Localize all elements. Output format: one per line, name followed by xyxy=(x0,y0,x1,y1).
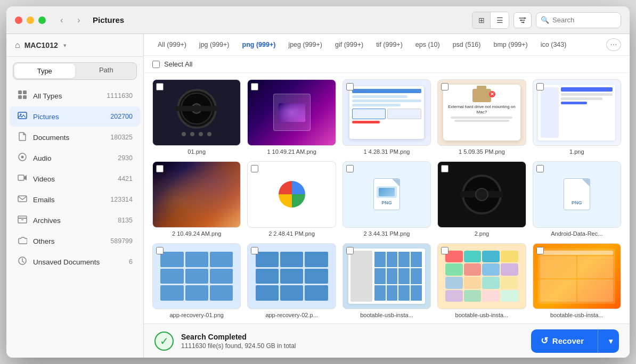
item-label-2: 1 4.28.31 PM.png xyxy=(343,148,431,155)
videos-icon xyxy=(17,173,28,185)
item-label-9: Android-Data-Rec... xyxy=(533,230,621,237)
grid-item-6[interactable]: 2 2.48.41 PM.png xyxy=(247,161,336,237)
sidebar-item-all-types[interactable]: All Types 1111630 xyxy=(10,86,140,106)
filter-jpg[interactable]: jpg (999+) xyxy=(194,39,235,51)
sidebar-item-emails[interactable]: Emails 123314 xyxy=(10,189,140,210)
sidebar-item-documents[interactable]: Documents 180325 xyxy=(10,127,140,147)
grid-item-12[interactable]: bootable-usb-insta... xyxy=(343,243,431,319)
svg-rect-5 xyxy=(18,95,22,99)
grid-item-9[interactable]: PNG Android-Data-Rec... xyxy=(533,161,621,237)
select-all-label: Select All xyxy=(164,60,192,68)
svg-point-8 xyxy=(20,114,22,115)
filter-psd[interactable]: psd (516) xyxy=(447,39,486,51)
recover-icon: ↺ xyxy=(541,335,548,346)
documents-icon xyxy=(17,131,28,143)
all-types-label: All Types xyxy=(33,92,101,100)
grid-item-13[interactable]: bootable-usb-insta... xyxy=(437,243,526,319)
item-checkbox-2[interactable] xyxy=(346,83,354,90)
grid-item-11[interactable]: app-recovery-02.p... xyxy=(247,243,336,319)
emails-icon xyxy=(17,194,28,205)
filter-all[interactable]: All (999+) xyxy=(152,39,192,51)
filter-icon xyxy=(518,16,527,24)
grid-item-4[interactable]: 1.png xyxy=(533,79,621,155)
others-count: 589799 xyxy=(110,237,133,245)
grid-view-button[interactable]: ⊞ xyxy=(472,12,491,28)
item-checkbox-12[interactable] xyxy=(346,247,354,254)
toolbar-right: ⊞ ☰ 🔍 xyxy=(472,12,621,29)
fullscreen-button[interactable] xyxy=(38,16,46,24)
filter-tif[interactable]: tif (999+) xyxy=(371,39,408,51)
grid-item-10[interactable]: app-recovery-01.png xyxy=(152,243,241,319)
filter-ico[interactable]: ico (343) xyxy=(535,39,572,51)
item-checkbox-7[interactable] xyxy=(346,165,354,172)
others-icon xyxy=(17,235,28,247)
all-types-icon xyxy=(17,90,28,102)
videos-label: Videos xyxy=(33,175,112,183)
recover-divider xyxy=(598,329,598,353)
status-subtitle: 1111630 file(s) found, 924.50 GB in tota… xyxy=(181,342,524,350)
audio-icon xyxy=(17,152,28,164)
grid-item-2[interactable]: 1 4.28.31 PM.png xyxy=(343,79,431,155)
grid-item-1[interactable]: 1 10.49.21 AM.png xyxy=(247,79,336,155)
sidebar-item-unsaved[interactable]: Unsaved Documents 6 xyxy=(10,252,140,272)
filter-gif[interactable]: gif (999+) xyxy=(330,39,369,51)
titlebar: ‹ › Pictures ⊞ ☰ 🔍 xyxy=(6,6,630,34)
item-checkbox-6[interactable] xyxy=(251,165,258,172)
list-view-button[interactable]: ☰ xyxy=(491,12,509,28)
item-checkbox-13[interactable] xyxy=(441,247,449,254)
recover-button[interactable]: ↺ Recover ▾ xyxy=(531,329,619,353)
archives-label: Archives xyxy=(33,217,112,225)
sidebar-item-videos[interactable]: Videos 4421 xyxy=(10,169,140,189)
filter-bmp[interactable]: bmp (999+) xyxy=(488,39,533,51)
sidebar-item-pictures[interactable]: Pictures 202700 xyxy=(10,106,140,127)
item-checkbox-14[interactable] xyxy=(536,247,544,254)
select-all-row: Select All xyxy=(144,56,630,73)
filter-jpeg[interactable]: jpeg (999+) xyxy=(283,39,328,51)
grid-item-14[interactable]: bootable-usb-insta... xyxy=(533,243,621,319)
svg-rect-6 xyxy=(23,95,27,99)
grid-item-3[interactable]: ✕ External hard drive not mounting on Ma… xyxy=(437,79,526,155)
item-checkbox-9[interactable] xyxy=(536,165,544,172)
unsaved-count: 6 xyxy=(129,258,133,266)
item-label-13: bootable-usb-insta... xyxy=(437,312,526,318)
tab-path[interactable]: Path xyxy=(76,63,137,79)
search-box[interactable]: 🔍 xyxy=(536,12,621,28)
search-input[interactable] xyxy=(552,16,616,24)
back-button[interactable]: ‹ xyxy=(54,13,69,28)
sidebar-item-audio[interactable]: Audio 2930 xyxy=(10,148,140,168)
svg-point-0 xyxy=(524,17,526,19)
item-checkbox-0[interactable] xyxy=(156,83,164,90)
item-checkbox-11[interactable] xyxy=(251,247,258,254)
filter-png[interactable]: png (999+) xyxy=(237,39,281,51)
more-filters-button[interactable]: ··· xyxy=(606,38,621,51)
svg-rect-14 xyxy=(18,218,27,223)
minimize-button[interactable] xyxy=(27,16,34,24)
unsaved-label: Unsaved Documents xyxy=(33,258,124,266)
grid-item-0[interactable]: 01.png xyxy=(152,79,241,155)
filter-button[interactable] xyxy=(513,12,532,28)
grid-item-7[interactable]: PNG 2 3.44.31 PM.png xyxy=(343,161,431,237)
select-all-checkbox[interactable] xyxy=(152,61,160,68)
item-label-11: app-recovery-02.p... xyxy=(247,312,336,318)
grid-item-8[interactable]: 2.png xyxy=(437,161,526,237)
audio-label: Audio xyxy=(33,154,112,162)
item-checkbox-8[interactable] xyxy=(441,165,449,172)
main-window: ‹ › Pictures ⊞ ☰ 🔍 xyxy=(6,6,630,358)
item-label-1: 1 10.49.21 AM.png xyxy=(247,148,336,155)
tab-type[interactable]: Type xyxy=(14,64,75,78)
item-label-12: bootable-usb-insta... xyxy=(343,312,431,318)
grid-item-5[interactable]: 2 10.49.24 AM.png xyxy=(152,161,241,237)
sidebar-items: All Types 1111630 Pictures 202700 Docume… xyxy=(6,83,143,358)
sidebar-item-others[interactable]: Others 589799 xyxy=(10,231,140,251)
forward-button[interactable]: › xyxy=(71,13,86,28)
recover-label: Recover xyxy=(552,336,584,345)
sidebar-item-archives[interactable]: Archives 8135 xyxy=(10,210,140,230)
close-button[interactable] xyxy=(15,16,22,24)
item-checkbox-10[interactable] xyxy=(156,247,164,254)
svg-rect-3 xyxy=(18,90,22,94)
filter-eps[interactable]: eps (10) xyxy=(410,39,445,51)
item-label-5: 2 10.49.24 AM.png xyxy=(152,230,241,237)
item-checkbox-4[interactable] xyxy=(536,83,544,90)
item-checkbox-3[interactable] xyxy=(441,83,449,90)
recover-dropdown-arrow[interactable]: ▾ xyxy=(602,329,619,353)
